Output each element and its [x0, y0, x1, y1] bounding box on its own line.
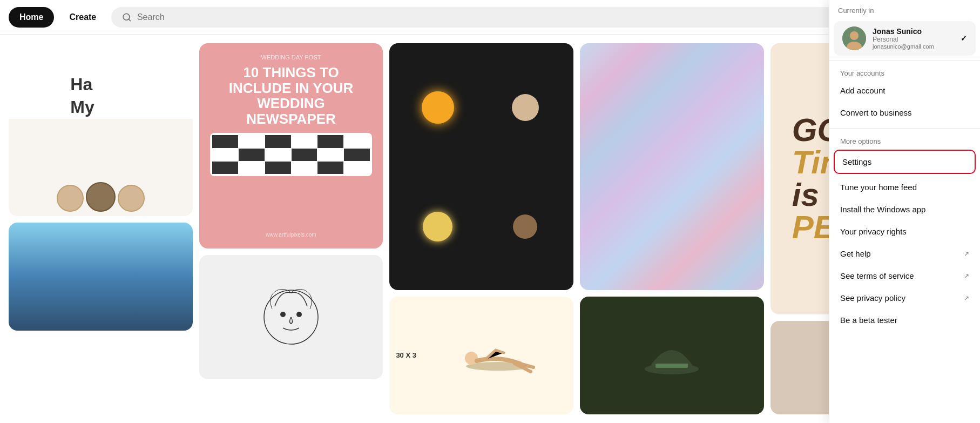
- create-button[interactable]: Create: [60, 7, 105, 28]
- svg-rect-11: [655, 364, 688, 368]
- sketch-icon: [259, 285, 323, 350]
- divider: [829, 128, 980, 129]
- beta-label: Be a beta tester: [840, 315, 897, 325]
- pin-url: www.artfulpixels.com: [266, 232, 316, 238]
- account-type: Personal: [873, 36, 954, 43]
- svg-line-1: [129, 19, 131, 21]
- pin-card[interactable]: [199, 255, 383, 379]
- settings-label: Settings: [842, 157, 871, 166]
- home-button[interactable]: Home: [9, 7, 54, 28]
- convert-label: Convert to business: [840, 108, 912, 117]
- search-input[interactable]: [137, 12, 869, 22]
- search-bar: [111, 7, 880, 28]
- convert-to-business-item[interactable]: Convert to business: [829, 102, 980, 124]
- privacy-rights-item[interactable]: Your privacy rights: [829, 220, 980, 243]
- svg-point-7: [296, 312, 302, 317]
- account-email: jonasunico@gmail.com: [873, 43, 954, 50]
- external-link-icon: ↗: [964, 250, 969, 258]
- terms-label: See terms of service: [840, 271, 914, 280]
- account-avatar: [842, 35, 866, 50]
- pin-card[interactable]: [389, 43, 573, 290]
- pin-card[interactable]: [580, 43, 764, 290]
- add-account-item[interactable]: Add account: [829, 79, 980, 102]
- current-account-row[interactable]: Jonas Sunico Personal jonasunico@gmail.c…: [834, 35, 976, 56]
- pin-card[interactable]: [9, 223, 193, 331]
- pin-card[interactable]: 30 X 3: [389, 297, 573, 414]
- settings-item[interactable]: Settings: [835, 151, 975, 173]
- dropdown-menu: Currently in Jonas Sunico Personal jonas…: [829, 35, 980, 423]
- pin-column-4: [580, 43, 764, 414]
- main-content: HaMyPhoneIsLocked WEDDI: [0, 35, 980, 423]
- pin-column-2: WEDDING DAY POST 10 THINGS TOINCLUDE IN …: [199, 43, 383, 414]
- pin-card[interactable]: WEDDING DAY POST 10 THINGS TOINCLUDE IN …: [199, 43, 383, 249]
- check-icon: ✓: [961, 35, 967, 43]
- avatar-icon: [842, 35, 866, 50]
- settings-highlight: Settings: [834, 150, 976, 174]
- terms-of-service-item[interactable]: See terms of service ↗: [829, 265, 980, 287]
- external-link-icon: ↗: [964, 272, 969, 280]
- pin-title: 10 THINGS TOINCLUDE IN YOURWEDDINGNEWSPA…: [229, 65, 354, 126]
- search-icon: [122, 12, 132, 22]
- tune-home-feed-item[interactable]: Tune your home feed: [829, 176, 980, 198]
- install-windows-app-item[interactable]: Install the Windows app: [829, 198, 980, 220]
- get-help-label: Get help: [840, 249, 871, 258]
- tune-home-feed-label: Tune your home feed: [840, 183, 917, 192]
- external-link-icon: ↗: [964, 294, 969, 302]
- illustration-icon: [455, 328, 542, 382]
- pin-card[interactable]: [580, 297, 764, 414]
- pin-column-3: 30 X 3: [389, 43, 573, 414]
- add-account-label: Add account: [840, 86, 885, 95]
- your-accounts-label: Your accounts: [829, 65, 980, 79]
- get-help-item[interactable]: Get help ↗: [829, 243, 980, 265]
- pin-card[interactable]: HaMyPhoneIsLocked: [9, 43, 193, 216]
- pin-column-1: HaMyPhoneIsLocked: [9, 43, 193, 414]
- beta-tester-item[interactable]: Be a beta tester: [829, 309, 980, 331]
- privacy-rights-label: Your privacy rights: [840, 227, 907, 236]
- install-windows-label: Install the Windows app: [840, 205, 925, 214]
- privacy-policy-label: See privacy policy: [840, 293, 905, 303]
- privacy-policy-item[interactable]: See privacy policy ↗: [829, 287, 980, 309]
- svg-point-6: [280, 312, 286, 317]
- divider: [829, 60, 980, 61]
- account-info: Jonas Sunico Personal jonasunico@gmail.c…: [873, 35, 954, 50]
- pin-label: WEDDING DAY POST: [261, 54, 321, 61]
- hat-icon: [639, 323, 704, 388]
- more-options-label: More options: [829, 133, 980, 147]
